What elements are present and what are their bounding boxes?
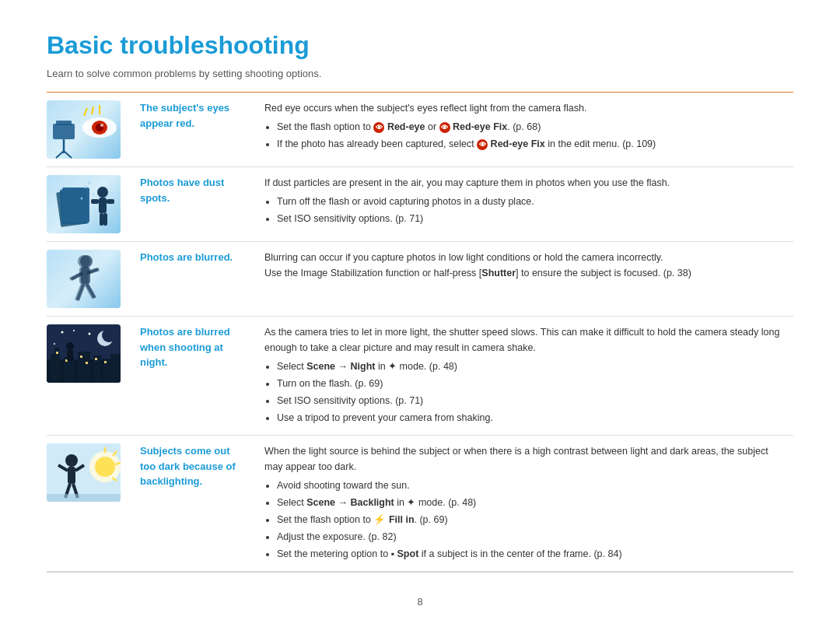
desc-dust: If dust particles are present in the air… bbox=[264, 175, 786, 226]
svg-point-29 bbox=[80, 255, 93, 268]
svg-point-9 bbox=[100, 124, 103, 127]
desc-cell-dust: If dust particles are present in the air… bbox=[257, 167, 793, 242]
svg-point-61 bbox=[66, 342, 74, 350]
svg-point-70 bbox=[65, 454, 78, 467]
icon-backlight bbox=[47, 443, 121, 502]
svg-rect-22 bbox=[103, 213, 107, 226]
icon-cell-red-eye bbox=[47, 93, 132, 167]
desc-cell-red-eye: Red eye occurs when the subject's eyes r… bbox=[257, 93, 793, 167]
svg-line-5 bbox=[64, 151, 72, 158]
svg-point-42 bbox=[102, 328, 116, 342]
svg-point-23 bbox=[84, 185, 87, 188]
red-eye-illustration bbox=[47, 100, 121, 159]
svg-rect-19 bbox=[91, 199, 99, 204]
icon-night bbox=[47, 324, 121, 383]
svg-point-45 bbox=[89, 333, 91, 335]
desc-cell-blur: Blurring can occur if you capture photos… bbox=[257, 242, 793, 317]
svg-rect-54 bbox=[110, 354, 121, 383]
svg-line-11 bbox=[92, 107, 93, 114]
svg-point-43 bbox=[61, 331, 64, 334]
desc-backlight: When the light source is behind the subj… bbox=[264, 443, 786, 562]
backlight-illustration bbox=[47, 443, 121, 502]
svg-rect-1 bbox=[53, 124, 75, 139]
svg-point-25 bbox=[81, 198, 83, 200]
svg-rect-2 bbox=[56, 121, 72, 125]
svg-rect-59 bbox=[95, 358, 97, 360]
page-number: 8 bbox=[47, 596, 793, 608]
svg-rect-55 bbox=[56, 352, 58, 354]
svg-point-44 bbox=[73, 330, 75, 331]
label-cell-backlight: Subjects come out too dark because of ba… bbox=[132, 436, 257, 572]
svg-rect-21 bbox=[100, 213, 103, 226]
desc-cell-night: As the camera tries to let in more light… bbox=[257, 317, 793, 436]
icon-cell-dust bbox=[47, 167, 132, 242]
svg-point-17 bbox=[97, 187, 108, 198]
page-title: Basic troubleshooting bbox=[47, 31, 793, 60]
issue-label-night: Photos are blurred when shooting at nigh… bbox=[140, 326, 230, 368]
svg-point-24 bbox=[93, 194, 95, 196]
svg-point-46 bbox=[54, 343, 55, 345]
svg-rect-62 bbox=[67, 350, 73, 361]
svg-point-26 bbox=[88, 181, 91, 184]
bottom-divider bbox=[47, 572, 793, 573]
desc-cell-backlight: When the light source is behind the subj… bbox=[257, 436, 793, 572]
svg-rect-58 bbox=[86, 362, 88, 364]
icon-cell-backlight bbox=[47, 436, 132, 572]
table-row: Photos have dust spots. If dust particle… bbox=[47, 167, 793, 242]
label-cell-blur: Photos are blurred. bbox=[132, 242, 257, 317]
page-subtitle: Learn to solve common problems by settin… bbox=[47, 68, 793, 79]
icon-blur bbox=[47, 250, 121, 308]
issue-label-red-eye: The subject's eyes appear red. bbox=[140, 102, 229, 129]
svg-point-65 bbox=[95, 457, 115, 477]
desc-night: As the camera tries to let in more light… bbox=[264, 324, 786, 426]
label-cell-night: Photos are blurred when shooting at nigh… bbox=[132, 317, 257, 436]
svg-rect-51 bbox=[78, 352, 90, 383]
svg-rect-16 bbox=[62, 187, 89, 222]
table-row: Subjects come out too dark because of ba… bbox=[47, 436, 793, 572]
svg-rect-71 bbox=[68, 467, 75, 484]
desc-red-eye: Red eye occurs when the subject's eyes r… bbox=[264, 100, 786, 152]
dust-illustration bbox=[47, 175, 121, 233]
svg-rect-76 bbox=[47, 494, 121, 502]
svg-rect-60 bbox=[104, 361, 107, 363]
table-row: The subject's eyes appear red. Red eye o… bbox=[47, 93, 793, 167]
blur-illustration bbox=[47, 250, 121, 308]
issue-label-backlight: Subjects come out too dark because of ba… bbox=[140, 445, 236, 487]
label-cell-red-eye: The subject's eyes appear red. bbox=[132, 93, 257, 167]
desc-blur: Blurring can occur if you capture photos… bbox=[264, 250, 786, 281]
issue-label-blur: Photos are blurred. bbox=[140, 251, 233, 263]
night-illustration bbox=[47, 324, 121, 383]
issue-label-dust: Photos have dust spots. bbox=[140, 177, 224, 204]
svg-rect-20 bbox=[107, 199, 114, 204]
svg-rect-18 bbox=[99, 198, 107, 213]
table-row: Photos are blurred. Blurring can occur i… bbox=[47, 242, 793, 317]
troubleshooting-table: The subject's eyes appear red. Red eye o… bbox=[47, 93, 793, 572]
svg-line-10 bbox=[84, 108, 87, 116]
label-cell-dust: Photos have dust spots. bbox=[132, 167, 257, 242]
svg-rect-57 bbox=[80, 356, 82, 358]
svg-line-4 bbox=[56, 151, 64, 158]
icon-dust bbox=[47, 175, 121, 233]
table-row: Photos are blurred when shooting at nigh… bbox=[47, 317, 793, 436]
icon-red-eye bbox=[47, 100, 121, 159]
icon-cell-blur bbox=[47, 242, 132, 317]
icon-cell-night bbox=[47, 317, 132, 436]
svg-rect-31 bbox=[81, 267, 90, 284]
